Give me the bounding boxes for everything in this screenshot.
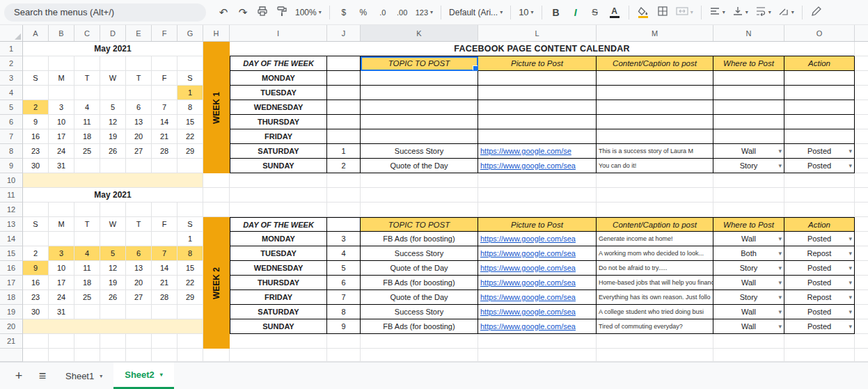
cell[interactable] [597,100,713,115]
calendar-cell[interactable] [100,232,126,246]
cell[interactable] [230,203,327,217]
caption-cell[interactable]: Generate income at home! [597,232,713,246]
calendar-cell[interactable]: 31 [49,159,74,173]
cell[interactable] [855,173,868,188]
calendar-cell[interactable]: 17 [49,129,74,144]
action-cell[interactable]: Posted▾ [784,232,855,246]
cell[interactable] [361,173,478,188]
calendar-cell-highlighted[interactable]: 4 [74,246,100,261]
cell[interactable] [597,129,713,144]
calendar-cell[interactable]: 2 [23,246,49,261]
text-rotation-button[interactable]: ▾ [775,3,797,22]
caption-cell[interactable]: A working mom who decided to look... [597,246,713,261]
cell[interactable] [784,71,855,86]
picture-link-cell[interactable]: https://www.google.com/sea [478,246,597,261]
caption-cell[interactable]: Home-based jobs that will help you finan… [597,276,713,290]
cell[interactable] [855,100,868,115]
cell[interactable] [152,349,177,362]
calendar-footer-band[interactable] [23,173,203,188]
caption-cell[interactable]: Everything has its own reason. Just foll… [597,290,713,305]
row-header[interactable]: 15 [0,246,23,261]
cell[interactable] [784,349,855,362]
calendar-cell[interactable]: 20 [126,129,152,144]
cell[interactable] [597,188,713,203]
where-to-post-cell[interactable]: Wall▾ [713,144,784,159]
calendar-cell[interactable] [74,305,100,319]
calendar-cell[interactable] [74,232,100,246]
calendar-cell[interactable]: 9 [23,115,49,129]
calendar-cell-highlighted[interactable]: 5 [100,246,126,261]
row-header[interactable]: 21 [0,334,23,349]
dropdown-arrow-icon[interactable]: ▾ [778,308,782,315]
cell[interactable] [784,173,855,188]
calendar-cell[interactable]: S [177,71,203,86]
cell[interactable] [784,86,855,100]
cell[interactable] [855,246,868,261]
merge-cells-button[interactable]: ▾ [673,3,696,22]
picture-link-cell[interactable]: https://www.google.com/sea [478,276,597,290]
col-header-I[interactable]: I [230,25,327,41]
cell[interactable] [327,217,361,232]
caption-cell[interactable]: Do not be afraid to try..... [597,261,713,276]
day-cell[interactable]: THURSDAY [230,115,327,129]
topic-cell[interactable]: Success Story [361,144,478,159]
calendar-cell[interactable]: W [100,217,126,232]
cell[interactable] [361,129,478,144]
calendar-cell[interactable]: 10 [49,261,74,276]
picture-link-cell[interactable]: https://www.google.com/sea [478,305,597,319]
calendar-cell-highlighted[interactable]: 7 [152,246,177,261]
cell[interactable] [855,86,868,100]
cell[interactable] [327,188,361,203]
week-band-cell[interactable] [203,115,230,129]
cell[interactable] [361,203,478,217]
action-header[interactable]: Action [784,217,855,232]
picture-link-cell[interactable]: https://www.google.com/sea [478,319,597,334]
caption-cell[interactable]: Tired of commuting everyday? [597,319,713,334]
cell[interactable] [361,349,478,362]
action-cell[interactable]: Repost▾ [784,290,855,305]
where-to-post-cell[interactable]: Story▾ [713,290,784,305]
all-sheets-button[interactable]: ≡ [31,363,54,389]
cell[interactable] [713,71,784,86]
calendar-cell[interactable] [100,159,126,173]
day-cell[interactable]: TUESDAY [230,246,327,261]
col-header-C[interactable]: C [74,25,100,41]
week-band-cell[interactable] [203,232,230,246]
topic-cell[interactable]: Quote of the Day [361,290,478,305]
row-header[interactable]: 16 [0,261,23,276]
more-formats-button[interactable]: 123 ▾ [413,3,436,22]
cell[interactable] [784,188,855,203]
calendar-cell[interactable] [49,86,74,100]
calendar-cell[interactable]: 27 [126,290,152,305]
col-header-H[interactable]: H [203,25,230,41]
calendar-cell[interactable]: T [126,71,152,86]
calendar-cell[interactable]: 19 [100,129,126,144]
calendar-cell-highlighted[interactable]: 2 [23,100,49,115]
cell[interactable] [478,86,597,100]
cell[interactable] [855,71,868,86]
text-wrap-button[interactable]: ▾ [752,3,774,22]
col-header-L[interactable]: L [478,25,597,41]
dropdown-arrow-icon[interactable]: ▾ [849,323,852,330]
topic-cell[interactable]: Success Story [361,305,478,319]
where-to-post-cell[interactable]: Wall▾ [713,276,784,290]
row-header[interactable]: 18 [0,290,23,305]
cell[interactable] [152,334,177,349]
dropdown-arrow-icon[interactable]: ▾ [849,264,852,271]
dropdown-arrow-icon[interactable]: ▾ [778,264,782,271]
calendar-cell[interactable] [23,86,49,100]
col-header-M[interactable]: M [597,25,713,41]
cell[interactable] [855,232,868,246]
calendar-cell[interactable]: 24 [49,290,74,305]
calendar-cell[interactable]: 3 [49,100,74,115]
cell[interactable] [713,188,784,203]
day-cell[interactable]: WEDNESDAY [230,100,327,115]
calendar-cell[interactable]: 21 [152,129,177,144]
cell[interactable] [855,129,868,144]
cell[interactable] [361,188,478,203]
cell[interactable] [177,349,203,362]
cell[interactable] [23,203,49,217]
calendar-cell[interactable]: 14 [152,115,177,129]
cell[interactable] [74,203,100,217]
cell[interactable] [177,334,203,349]
